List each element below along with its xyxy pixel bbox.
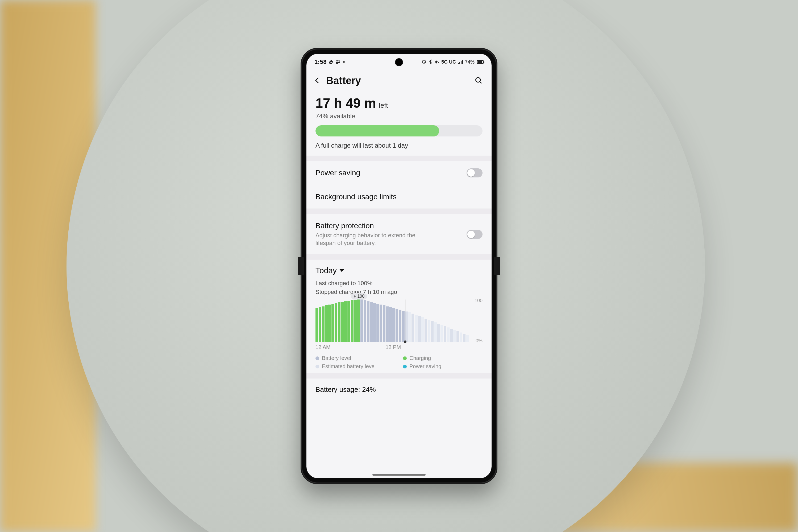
bluetooth-connected-icon (429, 60, 432, 64)
battery-summary: 17 h 49 m left 74% available A full char… (306, 91, 492, 156)
section-divider (306, 254, 492, 260)
full-charge-note: A full charge will last about 1 day (316, 142, 482, 149)
screen: 1:58 5G UC (306, 54, 492, 478)
time-remaining-suffix: left (379, 101, 388, 110)
battery-percent-text: 74% (465, 59, 475, 65)
mute-icon (434, 60, 439, 64)
today-section: Today Last charged to 100% Stopped charg… (306, 260, 492, 373)
legend-charging: Charging (403, 355, 482, 361)
section-divider (306, 209, 492, 214)
background-usage-limits-row[interactable]: Background usage limits (306, 185, 492, 209)
today-label: Today (316, 266, 337, 275)
legend-battery-level: Battery level (316, 355, 395, 361)
teams-icon (336, 60, 341, 64)
more-notifications-dot (343, 61, 345, 63)
chart-legend: Battery level Charging Estimated battery… (316, 355, 482, 369)
svg-rect-3 (338, 61, 340, 63)
google-drive-icon (329, 60, 334, 64)
background-usage-limits-label: Background usage limits (316, 193, 397, 201)
home-indicator[interactable] (373, 474, 425, 476)
page-title: Battery (326, 75, 361, 87)
charge-complete-badge: 100 (351, 293, 367, 300)
today-dropdown[interactable]: Today (316, 266, 482, 275)
battery-protection-label: Battery protection (316, 222, 433, 230)
network-label: 5G UC (441, 59, 456, 65)
legend-estimated: Estimated battery level (316, 363, 395, 369)
power-saving-row[interactable]: Power saving (306, 161, 492, 185)
last-charged-text: Last charged to 100% (316, 279, 482, 288)
current-time-marker (405, 300, 405, 342)
battery-progress-track (316, 125, 482, 136)
svg-line-5 (437, 61, 439, 63)
content-scroll[interactable]: 17 h 49 m left 74% available A full char… (306, 91, 492, 478)
svg-point-6 (476, 77, 480, 82)
signal-bars-icon (458, 60, 463, 64)
battery-progress-fill (316, 125, 439, 136)
svg-rect-2 (336, 62, 338, 64)
chart-y-min: 0% (476, 338, 482, 344)
svg-point-1 (339, 60, 340, 61)
hinge-right (494, 257, 500, 275)
phone-frame: 1:58 5G UC (301, 48, 497, 484)
battery-protection-subtitle: Adjust charging behavior to extend the l… (316, 232, 433, 247)
section-divider (306, 156, 492, 161)
power-saving-label: Power saving (316, 169, 360, 177)
power-saving-toggle[interactable] (467, 168, 482, 177)
battery-protection-row[interactable]: Battery protection Adjust charging behav… (306, 214, 492, 254)
stopped-charging-text: Stopped charging 7 h 10 m ago (316, 288, 482, 296)
available-text: 74% available (316, 113, 482, 120)
chart-x-start: 12 AM (316, 344, 331, 350)
battery-usage-label: Battery usage: 24% (316, 385, 376, 394)
chart-x-mid: 12 PM (385, 344, 401, 350)
alarm-icon (422, 60, 426, 64)
chart-y-max: 100 (475, 298, 482, 304)
time-remaining-value: 17 h 49 m (316, 95, 376, 111)
legend-power-saving: Power saving (403, 363, 482, 369)
front-camera (396, 59, 402, 65)
page-header: Battery (306, 68, 492, 91)
battery-usage-row[interactable]: Battery usage: 24% (306, 379, 492, 394)
hinge-left (298, 257, 304, 275)
battery-icon (477, 60, 483, 64)
svg-point-0 (337, 60, 338, 61)
back-button[interactable] (314, 76, 321, 86)
section-divider (306, 373, 492, 379)
battery-chart[interactable]: 100 0% 100 (316, 300, 482, 342)
svg-line-7 (480, 82, 481, 83)
search-button[interactable] (475, 76, 482, 86)
battery-protection-toggle[interactable] (467, 230, 482, 239)
chevron-down-icon (339, 268, 344, 273)
status-time: 1:58 (315, 58, 327, 65)
